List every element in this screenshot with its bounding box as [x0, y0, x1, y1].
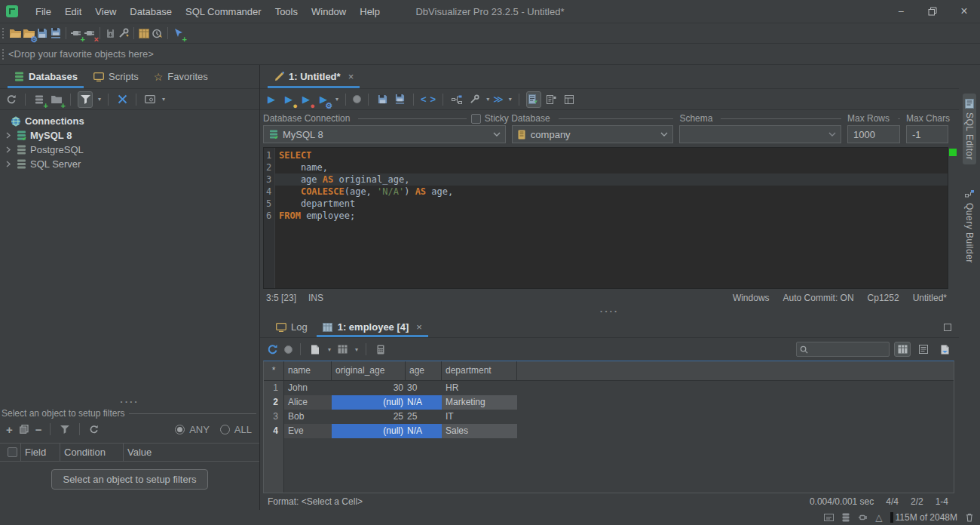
menu-sql-commander[interactable]: SQL Commander — [179, 6, 268, 17]
save-icon[interactable] — [35, 26, 49, 40]
export-wizard-icon[interactable] — [151, 26, 164, 40]
cell-name[interactable]: Bob — [284, 410, 332, 424]
tab-employee-close-icon[interactable]: × — [416, 321, 422, 333]
minimize-button[interactable]: − — [885, 0, 917, 23]
database-select[interactable]: company — [512, 125, 674, 143]
sql-editor-area[interactable]: 123456 SELECT name, age AS original_age,… — [263, 147, 948, 289]
expand-chevron-icon[interactable] — [5, 146, 12, 153]
format-sql-icon[interactable] — [467, 93, 481, 106]
copy-filter-icon[interactable] — [17, 422, 31, 436]
calculator-icon[interactable] — [374, 342, 387, 356]
tab-employee-result[interactable]: 1: employee [4] × — [315, 317, 430, 337]
commit-icon[interactable] — [103, 26, 117, 40]
cell-department[interactable]: Sales — [442, 424, 517, 438]
menu-file[interactable]: File — [29, 6, 58, 17]
reload-result-icon[interactable] — [266, 342, 280, 356]
cell-name[interactable]: Eve — [284, 424, 332, 438]
garbage-collect-icon[interactable] — [965, 511, 974, 524]
cell-original-age[interactable]: (null) — [332, 424, 406, 438]
log-view-icon[interactable] — [545, 93, 559, 106]
menu-tools[interactable]: Tools — [268, 6, 305, 17]
sql-tab-close-icon[interactable]: × — [348, 71, 354, 82]
expand-chevron-icon[interactable] — [5, 161, 12, 167]
execute-buffer-icon[interactable]: ▶● — [299, 93, 313, 106]
menu-edit[interactable]: Edit — [58, 6, 88, 17]
menu-help[interactable]: Help — [353, 6, 387, 17]
collapse-all-icon[interactable] — [115, 93, 129, 106]
setup-filters-button[interactable]: Select an object to setup filters — [51, 469, 207, 490]
max-chars-input[interactable]: -1 — [906, 125, 948, 143]
refresh-icon[interactable] — [5, 93, 18, 106]
table-data-icon[interactable] — [137, 26, 151, 40]
editor-save-icon[interactable] — [375, 93, 389, 106]
history-forward-icon[interactable]: > — [430, 94, 436, 105]
tab-scripts[interactable]: Scripts — [85, 65, 146, 88]
tab-sql-untitled[interactable]: 1: Untitled* × — [266, 65, 361, 88]
refresh-filter-icon[interactable] — [87, 422, 101, 436]
grid-options-dropdown-icon[interactable]: ▾ — [355, 346, 358, 353]
maximize-panel-icon[interactable] — [944, 317, 951, 337]
open-file-settings-icon[interactable]: ⚙ — [22, 26, 35, 40]
tab-databases[interactable]: Databases — [6, 65, 85, 88]
sticky-checkbox[interactable] — [471, 114, 481, 124]
connections-status-icon[interactable] — [841, 511, 850, 524]
grid-options-icon[interactable] — [335, 342, 349, 356]
tab-favorites[interactable]: ☆ Favorites — [146, 65, 216, 88]
driver-status-icon[interactable] — [858, 511, 868, 524]
result-view-icon[interactable] — [562, 93, 576, 106]
memory-indicator[interactable]: 115M of 2048M — [890, 512, 958, 523]
create-folder-icon[interactable]: + — [50, 93, 63, 106]
show-editor-toggle[interactable] — [526, 91, 541, 108]
disconnect-icon[interactable]: × — [83, 26, 96, 40]
favorites-drag-handle[interactable] — [2, 48, 5, 60]
execute-dropdown-icon[interactable]: ▾ — [335, 96, 338, 103]
row-number[interactable]: 4 — [264, 424, 284, 438]
copy-dropdown-icon[interactable]: ▾ — [328, 346, 331, 353]
cell-name[interactable]: Alice — [284, 395, 332, 410]
cell-age[interactable]: N/A — [406, 424, 442, 438]
cell-department[interactable]: IT — [442, 410, 517, 424]
row-number[interactable]: 3 — [264, 410, 284, 424]
tree-item-mysql-8[interactable]: MySQL 8 — [0, 128, 259, 143]
menu-database[interactable]: Database — [123, 6, 179, 17]
tree-item-sql-server[interactable]: SQL Server — [0, 157, 259, 171]
close-button[interactable]: × — [948, 0, 980, 23]
apply-filter-icon[interactable] — [58, 422, 72, 436]
text-view-toggle[interactable] — [915, 342, 932, 357]
connection-select[interactable]: MySQL 8 — [263, 125, 506, 143]
expand-chevron-icon[interactable] — [5, 132, 12, 139]
tab-log[interactable]: Log — [268, 317, 315, 337]
col-age[interactable]: age — [406, 361, 442, 380]
result-search-input[interactable] — [796, 342, 890, 357]
cell-department[interactable]: HR — [442, 381, 517, 395]
cell-age[interactable]: N/A — [406, 395, 442, 410]
results-splitter[interactable]: ···· — [260, 306, 959, 317]
execute-icon[interactable]: ▶ — [265, 93, 278, 106]
menu-window[interactable]: Window — [305, 6, 353, 17]
col-name[interactable]: name — [284, 361, 332, 380]
execute-explain-icon[interactable]: ▶⚙ — [317, 93, 330, 106]
format-dropdown-icon[interactable]: ▾ — [486, 96, 489, 103]
filter-select-all-checkbox[interactable] — [8, 447, 17, 457]
sql-structure-icon[interactable] — [450, 93, 464, 106]
cell-age[interactable]: 25 — [406, 410, 442, 424]
monitor-window-icon[interactable] — [823, 511, 834, 524]
execute-current-icon[interactable]: ▶● — [282, 93, 296, 106]
left-splitter[interactable]: ···· — [0, 398, 259, 407]
row-number[interactable]: 2 — [264, 395, 284, 410]
warning-icon[interactable]: △ — [875, 512, 882, 523]
stop-result-icon[interactable] — [284, 345, 292, 354]
preview-dropdown-icon[interactable]: ▾ — [162, 96, 165, 103]
history-back-icon[interactable]: < — [421, 94, 427, 105]
continue-dropdown-icon[interactable]: ▾ — [509, 96, 512, 103]
menu-view[interactable]: View — [88, 6, 123, 17]
strip-tab-query-builder[interactable]: Query Builder — [963, 184, 976, 268]
cell-original-age[interactable]: 25 — [332, 410, 406, 424]
grid-view-toggle[interactable] — [894, 342, 911, 357]
remove-filter-icon[interactable]: − — [35, 423, 42, 436]
col-original-age[interactable]: original_age — [332, 361, 406, 380]
stop-icon[interactable] — [353, 95, 361, 103]
radio-all[interactable] — [220, 425, 230, 434]
cell-department[interactable]: Marketing — [442, 395, 517, 410]
cell-age[interactable]: 30 — [406, 381, 442, 395]
